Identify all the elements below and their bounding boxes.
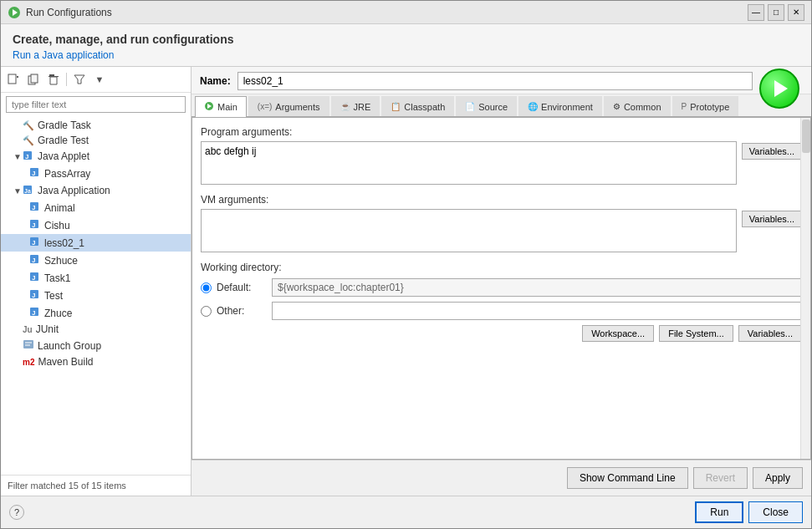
close-dialog-button[interactable]: Close (748, 501, 803, 523)
tab-environment[interactable]: 🌐 Environment (518, 96, 602, 116)
delete-config-button[interactable] (44, 70, 63, 89)
tree-item-java-application[interactable]: ▼ Ja Java Application (1, 182, 191, 199)
sidebar-footer: Filter matched 15 of 15 items (1, 475, 191, 496)
scrollbar-thumb[interactable] (802, 120, 810, 153)
other-dir-input[interactable] (272, 302, 802, 320)
animal-label: Animal (44, 202, 75, 214)
jre-tab-label: JRE (354, 102, 371, 112)
svg-text:J: J (25, 153, 28, 160)
prototype-tab-icon: P (682, 102, 687, 111)
show-command-line-button[interactable]: Show Command Line (567, 467, 688, 489)
help-button[interactable]: ? (9, 505, 24, 520)
tree-item-cishu[interactable]: J Cishu (1, 216, 191, 234)
config-tree[interactable]: 🔨 Gradle Task 🔨 Gradle Test ▼ (1, 116, 191, 475)
vertical-scrollbar[interactable] (800, 118, 810, 459)
szhuce-icon: J (29, 253, 41, 267)
working-dir-label: Working directory: (201, 262, 802, 273)
default-radio[interactable] (201, 282, 212, 293)
program-args-section: Program arguments: abc defgh ij Variable… (201, 126, 802, 187)
vm-args-input[interactable] (201, 209, 737, 252)
main-tab-label: Main (217, 102, 237, 112)
run-icon-button[interactable] (759, 69, 799, 109)
tree-item-szhuce[interactable]: J Szhuce (1, 252, 191, 269)
java-application-icon: Ja (23, 184, 34, 197)
svg-text:J: J (32, 221, 35, 229)
tree-item-gradle-test[interactable]: 🔨 Gradle Test (1, 133, 191, 148)
tab-common[interactable]: ⚙ Common (604, 96, 671, 116)
svg-rect-30 (23, 340, 33, 348)
launch-group-icon (23, 338, 34, 353)
maximize-button[interactable]: □ (768, 4, 784, 21)
tree-item-task1[interactable]: J Task1 (1, 269, 191, 287)
tab-classpath[interactable]: 📋 Classpath (381, 96, 454, 116)
header: Create, manage, and run configurations R… (1, 24, 811, 67)
main-content: Create, manage, and run configurations R… (1, 24, 811, 528)
new-config-button[interactable] (4, 70, 23, 89)
dir-variables-button[interactable]: Variables... (738, 325, 802, 342)
tree-item-pass-array[interactable]: J PassArray (1, 165, 191, 182)
other-radio[interactable] (201, 306, 212, 317)
test-icon: J (29, 288, 41, 303)
default-value: ${workspace_loc:chapter01} (272, 278, 802, 297)
java-app-expand-icon: ▼ (13, 186, 23, 196)
dir-buttons: Workspace... File System... Variables... (201, 325, 802, 342)
filter-input[interactable] (6, 96, 186, 113)
common-tab-label: Common (624, 102, 661, 112)
tree-item-gradle-task[interactable]: 🔨 Gradle Task (1, 118, 191, 133)
other-radio-label: Other: (217, 305, 267, 317)
tree-item-maven-build[interactable]: m2 Maven Build (1, 354, 191, 369)
tab-prototype[interactable]: P Prototype (672, 96, 739, 116)
tree-item-java-applet[interactable]: ▼ J Java Applet (1, 148, 191, 165)
tab-jre[interactable]: ☕ JRE (331, 96, 380, 116)
tree-item-zhuce[interactable]: J Zhuce (1, 304, 191, 322)
window-icon (8, 6, 21, 19)
duplicate-config-button[interactable] (24, 70, 43, 89)
task1-icon: J (29, 271, 41, 285)
close-button[interactable]: ✕ (788, 4, 804, 21)
program-args-variables-button[interactable]: Variables... (742, 143, 802, 160)
vm-args-variables-button[interactable]: Variables... (742, 211, 802, 227)
source-tab-label: Source (478, 102, 508, 112)
minimize-button[interactable]: — (748, 4, 764, 21)
classpath-tab-label: Classpath (404, 102, 445, 112)
java-application-label: Java Application (38, 185, 110, 196)
svg-text:J: J (32, 309, 35, 317)
vm-args-label: VM arguments: (201, 194, 802, 206)
tab-source[interactable]: 📄 Source (456, 96, 517, 116)
workspace-button[interactable]: Workspace... (582, 325, 654, 342)
prototype-tab-label: Prototype (690, 102, 729, 112)
pass-array-icon: J (29, 166, 41, 181)
tree-item-launch-group[interactable]: Launch Group (1, 337, 191, 354)
scroll-area[interactable]: Program arguments: abc defgh ij Variable… (192, 118, 810, 459)
tree-item-test[interactable]: J Test (1, 287, 191, 304)
window-title: Run Configurations (26, 7, 748, 18)
filter-dropdown-button[interactable]: ▼ (90, 70, 109, 89)
gradle-task-label: Gradle Task (38, 120, 91, 131)
svg-text:J: J (32, 239, 35, 247)
revert-button[interactable]: Revert (693, 467, 748, 489)
common-tab-icon: ⚙ (613, 102, 620, 111)
window-controls: — □ ✕ (748, 4, 804, 21)
pass-array-label: PassArray (44, 168, 90, 180)
java-applet-label: Java Applet (38, 150, 89, 162)
tree-item-junit[interactable]: Ju JUnit (1, 322, 191, 337)
tree-item-animal[interactable]: J Animal (1, 199, 191, 216)
tree-item-less02-1[interactable]: J less02_1 (1, 234, 191, 252)
header-subtitle[interactable]: Run a Java application (13, 49, 799, 61)
run-button[interactable]: Run (695, 501, 743, 523)
filter-button[interactable] (70, 70, 89, 89)
classpath-tab-icon: 📋 (391, 102, 401, 111)
java-applet-expand-icon: ▼ (13, 152, 23, 161)
filesystem-button[interactable]: File System... (659, 325, 733, 342)
bottom-action-buttons: Show Command Line Revert Apply (192, 460, 811, 496)
zhuce-label: Zhuce (44, 308, 72, 319)
name-row: Name: (192, 67, 811, 94)
szhuce-label: Szhuce (44, 255, 78, 267)
tab-arguments[interactable]: (x=) Arguments (248, 96, 329, 116)
tab-main[interactable]: Main (195, 96, 247, 117)
name-input[interactable] (237, 72, 753, 90)
zhuce-icon: J (29, 306, 41, 320)
java-applet-icon: J (23, 150, 34, 163)
program-args-input[interactable]: abc defgh ij (201, 141, 737, 185)
apply-button[interactable]: Apply (753, 467, 803, 489)
